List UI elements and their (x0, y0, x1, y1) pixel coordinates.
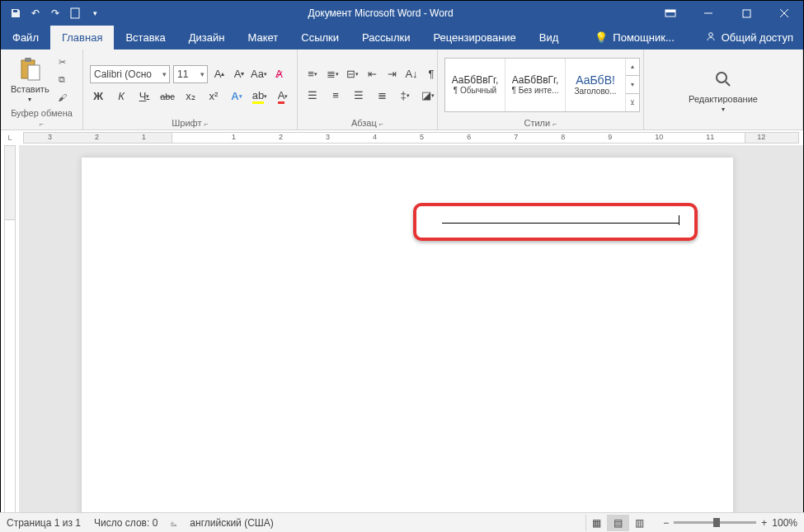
numbering-button[interactable]: ≣▾ (324, 66, 341, 82)
proofing-icon[interactable]: ⎁ (171, 517, 176, 529)
text-effects-button[interactable]: A▾ (228, 88, 245, 105)
justify-button[interactable]: ≣ (374, 87, 390, 104)
paragraph-label: Абзац ⌐ (304, 116, 430, 128)
tell-me-label: Помощник... (613, 31, 674, 44)
format-painter-icon[interactable]: 🖌 (56, 91, 68, 103)
title-bar: ↶ ↷ ▾ Документ Microsoft Word - Word (1, 1, 803, 26)
highlight-button[interactable]: ab▾ (252, 88, 268, 105)
editing-button[interactable]: Редактирование ▾ (685, 63, 761, 116)
horizontal-ruler[interactable]: 32112345678910111213 (19, 130, 803, 145)
multilevel-button[interactable]: ⊟▾ (344, 66, 360, 82)
ribbon: Вставить ▾ ✂ ⧉ 🖌 Буфер обмена ⌐ Calibri … (1, 49, 803, 130)
tab-view[interactable]: Вид (528, 26, 571, 49)
svg-point-11 (717, 73, 726, 82)
bulb-icon: 💡 (595, 31, 608, 44)
change-case-button[interactable]: Aa▾ (251, 66, 267, 82)
zoom-out-button[interactable]: − (663, 517, 669, 529)
zoom-in-button[interactable]: + (761, 517, 767, 529)
gallery-up-icon[interactable]: ▴ (626, 59, 639, 77)
style-normal[interactable]: АаБбВвГг, ¶ Обычный (445, 59, 505, 111)
superscript-button[interactable]: x² (205, 88, 222, 105)
find-icon (710, 66, 736, 92)
font-size-select[interactable]: 11 (173, 65, 208, 83)
new-doc-icon[interactable] (68, 7, 82, 20)
read-mode-icon[interactable]: ▦ (585, 515, 607, 531)
minimize-button[interactable] (689, 1, 727, 26)
zoom-slider[interactable] (674, 521, 756, 524)
style-no-spacing[interactable]: АаБбВвГг, ¶ Без инте... (505, 59, 566, 111)
ribbon-tabs: Файл Главная Вставка Дизайн Макет Ссылки… (1, 26, 803, 49)
copy-icon[interactable]: ⧉ (56, 73, 68, 86)
web-layout-icon[interactable]: ▥ (628, 515, 650, 531)
redo-icon[interactable]: ↷ (49, 7, 62, 20)
group-styles: АаБбВвГг, ¶ Обычный АаБбВвГг, ¶ Без инте… (438, 49, 644, 129)
print-layout-icon[interactable]: ▤ (607, 515, 628, 531)
underline-button[interactable]: Ч▾ (136, 88, 153, 105)
status-language[interactable]: английский (США) (190, 517, 273, 529)
tab-home[interactable]: Главная (50, 26, 114, 49)
shrink-font-button[interactable]: A▾ (231, 66, 247, 82)
indent-inc-button[interactable]: ⇥ (383, 66, 400, 82)
align-center-button[interactable]: ≡ (327, 87, 344, 104)
cut-icon[interactable]: ✂ (56, 56, 68, 68)
strike-button[interactable]: abc (159, 88, 176, 105)
document-area (1, 145, 803, 520)
style-heading1[interactable]: АаБбВ! Заголово... (566, 59, 626, 111)
svg-point-7 (708, 33, 712, 37)
tab-insert[interactable]: Вставка (114, 26, 176, 49)
status-bar: Страница 1 из 1 Число слов: 0 ⎁ английск… (0, 512, 804, 532)
tell-me[interactable]: 💡 Помощник... (586, 26, 682, 49)
close-button[interactable] (765, 1, 803, 26)
share-button[interactable]: Общий доступ (695, 26, 803, 49)
show-marks-button[interactable]: ¶ (423, 66, 440, 82)
svg-rect-2 (665, 10, 675, 12)
bullets-button[interactable]: ≡▾ (304, 66, 321, 82)
align-left-button[interactable]: ☰ (304, 87, 321, 104)
tab-references[interactable]: Ссылки (289, 26, 350, 49)
sort-button[interactable]: A↓ (403, 66, 420, 82)
window-controls (651, 1, 803, 26)
gallery-down-icon[interactable]: ▾ (626, 76, 639, 94)
undo-icon[interactable]: ↶ (29, 7, 42, 20)
ribbon-options-icon[interactable] (651, 1, 689, 26)
align-right-button[interactable]: ☰ (350, 87, 367, 104)
annotation-highlight (413, 203, 698, 241)
gallery-more-icon[interactable]: ⊻ (626, 94, 639, 111)
subscript-button[interactable]: x₂ (182, 88, 199, 105)
tab-file[interactable]: Файл (1, 26, 50, 49)
tab-mailings[interactable]: Рассылки (350, 26, 421, 49)
ruler-corner[interactable]: L (1, 130, 19, 145)
tab-layout[interactable]: Макет (236, 26, 289, 49)
line-spacing-button[interactable]: ‡▾ (397, 87, 413, 104)
clipboard-label: Буфер обмена ⌐ (7, 106, 76, 128)
shading-button[interactable]: ◪▾ (420, 87, 436, 104)
paste-label: Вставить (11, 84, 49, 94)
group-editing: Редактирование ▾ (644, 49, 803, 129)
zoom-level[interactable]: 100% (772, 517, 797, 529)
share-label: Общий доступ (722, 31, 793, 44)
clear-format-button[interactable]: A̷ (270, 66, 287, 82)
grow-font-button[interactable]: A▴ (211, 66, 228, 82)
gallery-nav: ▴ ▾ ⊻ (626, 59, 639, 111)
font-color-button[interactable]: A▾ (275, 88, 291, 105)
styles-label: Стили ⌐ (444, 116, 637, 128)
tab-design[interactable]: Дизайн (177, 26, 237, 49)
svg-rect-10 (28, 65, 40, 80)
status-words[interactable]: Число слов: 0 (94, 517, 158, 529)
maximize-button[interactable] (727, 1, 765, 26)
save-icon[interactable] (9, 7, 22, 20)
italic-button[interactable]: К (113, 88, 129, 105)
status-page[interactable]: Страница 1 из 1 (7, 517, 81, 529)
vertical-ruler[interactable] (1, 145, 19, 520)
qat-dropdown-icon[interactable]: ▾ (88, 7, 101, 20)
bold-button[interactable]: Ж (90, 88, 106, 105)
svg-rect-9 (25, 58, 31, 62)
font-name-select[interactable]: Calibri (Осно (90, 65, 170, 83)
view-buttons: ▦ ▤ ▥ (585, 515, 650, 531)
indent-dec-button[interactable]: ⇤ (364, 66, 380, 82)
window-title: Документ Microsoft Word - Word (110, 7, 651, 19)
tab-review[interactable]: Рецензирование (421, 26, 527, 49)
paste-button[interactable]: Вставить ▾ (7, 53, 53, 106)
zoom-control: − + 100% (663, 517, 797, 529)
styles-gallery: АаБбВвГг, ¶ Обычный АаБбВвГг, ¶ Без инте… (444, 58, 640, 112)
